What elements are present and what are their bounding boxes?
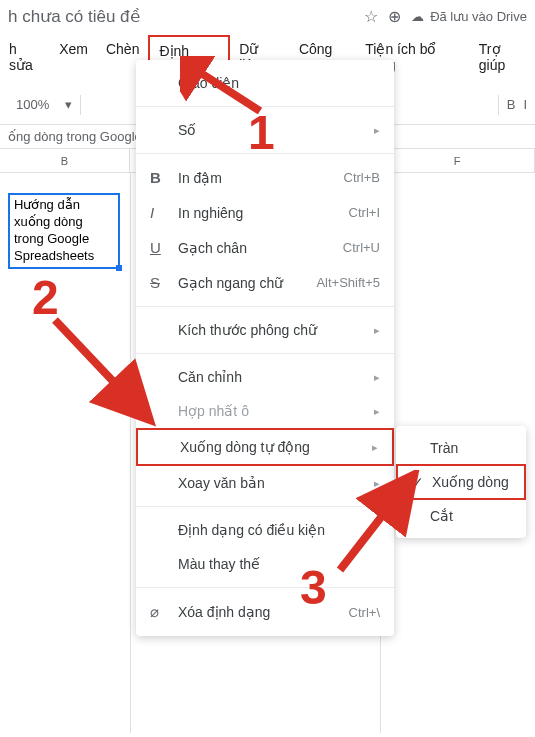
star-icon[interactable]: ☆ bbox=[364, 7, 378, 26]
menu-bold[interactable]: BIn đậmCtrl+B bbox=[136, 160, 394, 195]
menu-underline[interactable]: UGạch chânCtrl+U bbox=[136, 230, 394, 265]
chevron-right-icon: ▸ bbox=[374, 477, 380, 490]
separator bbox=[498, 95, 499, 115]
menu-view[interactable]: Xem bbox=[50, 35, 97, 83]
col-header-b[interactable]: B bbox=[0, 149, 130, 172]
menu-number[interactable]: Số▸ bbox=[136, 113, 394, 147]
menu-align[interactable]: Căn chỉnh▸ bbox=[136, 360, 394, 394]
menu-strike[interactable]: SGạch ngang chữAlt+Shift+5 bbox=[136, 265, 394, 300]
divider bbox=[136, 506, 394, 507]
menu-italic[interactable]: IIn nghiêngCtrl+I bbox=[136, 195, 394, 230]
divider bbox=[136, 587, 394, 588]
chevron-right-icon: ▸ bbox=[374, 124, 380, 137]
wrap-submenu: Tràn ✓Xuống dòng Cắt bbox=[396, 426, 526, 538]
italic-button[interactable]: I bbox=[523, 97, 527, 112]
menu-merge: Hợp nhất ô▸ bbox=[136, 394, 394, 428]
zoom-level[interactable]: 100% bbox=[16, 97, 49, 112]
save-status: ☁ Đã lưu vào Drive bbox=[411, 9, 527, 24]
divider bbox=[136, 153, 394, 154]
menu-clear[interactable]: ⌀Xóa định dạngCtrl+\ bbox=[136, 594, 394, 630]
menu-wrap[interactable]: Xuống dòng tự động▸ bbox=[136, 428, 394, 466]
clear-format-icon: ⌀ bbox=[150, 603, 178, 621]
check-icon: ✓ bbox=[412, 474, 432, 490]
bold-button[interactable]: B bbox=[507, 97, 516, 112]
menu-altcolor[interactable]: Màu thay thế bbox=[136, 547, 394, 581]
submenu-clip[interactable]: Cắt bbox=[396, 500, 526, 532]
doc-title[interactable]: h chưa có tiêu đề bbox=[8, 6, 354, 27]
divider bbox=[136, 353, 394, 354]
chevron-right-icon: ▸ bbox=[372, 441, 378, 454]
col-header-f[interactable]: F bbox=[380, 149, 535, 172]
chevron-right-icon: ▸ bbox=[374, 405, 380, 418]
menu-conditional[interactable]: Định dạng có điều kiện bbox=[136, 513, 394, 547]
submenu-wrap[interactable]: ✓Xuống dòng bbox=[396, 464, 526, 500]
divider bbox=[136, 106, 394, 107]
separator bbox=[80, 95, 81, 115]
chevron-right-icon: ▸ bbox=[374, 371, 380, 384]
divider bbox=[136, 306, 394, 307]
cloud-icon: ☁ bbox=[411, 9, 424, 24]
submenu-overflow[interactable]: Tràn bbox=[396, 432, 526, 464]
menu-rotate[interactable]: Xoay văn bản▸ bbox=[136, 466, 394, 500]
menu-theme[interactable]: Giao diện bbox=[136, 66, 394, 100]
move-icon[interactable]: ⊕ bbox=[388, 7, 401, 26]
format-dropdown: Giao diện Số▸ BIn đậmCtrl+B IIn nghiêngC… bbox=[136, 60, 394, 636]
active-cell[interactable]: Hướng dẫn xuống dòng trong Google Spread… bbox=[8, 193, 120, 269]
chevron-right-icon: ▸ bbox=[374, 324, 380, 337]
menu-edit[interactable]: h sửa bbox=[0, 35, 50, 83]
chevron-down-icon[interactable]: ▾ bbox=[65, 97, 72, 112]
titlebar: h chưa có tiêu đề ☆ ⊕ ☁ Đã lưu vào Drive bbox=[0, 0, 535, 33]
menu-fontsize[interactable]: Kích thước phông chữ▸ bbox=[136, 313, 394, 347]
menu-help[interactable]: Trợ giúp bbox=[470, 35, 535, 83]
